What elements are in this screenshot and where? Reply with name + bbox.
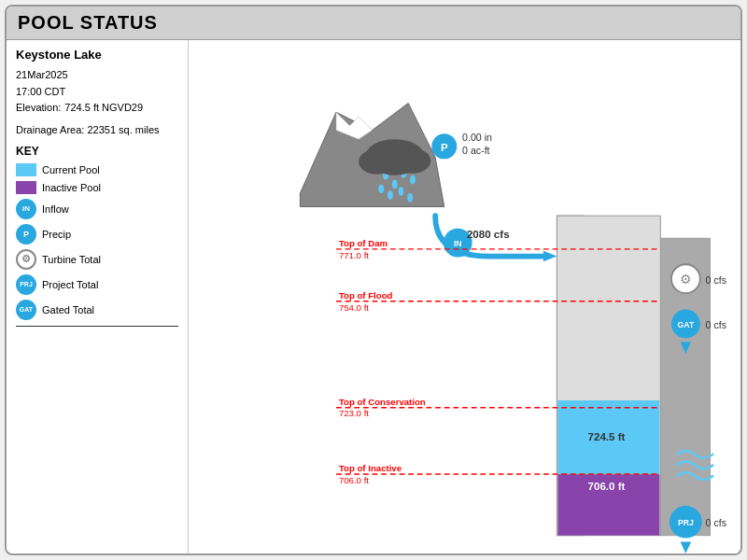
key-label-current-pool: Current Pool [42, 164, 100, 175]
key-item-project: PRJ Project Total [16, 274, 178, 295]
page-title: POOL STATUS [18, 12, 729, 34]
precip-value2: 0 ac-ft [462, 145, 490, 156]
key-item-inflow: IN Inflow [16, 199, 178, 219]
drainage-label: Drainage Area: [16, 124, 84, 135]
top-of-flood-value: 754.0 ft [339, 302, 369, 313]
key-label-inflow: Inflow [42, 203, 69, 215]
svg-point-7 [388, 190, 393, 200]
svg-point-9 [407, 193, 413, 203]
top-of-conservation-label: Top of Conservation [339, 397, 426, 407]
elevation-label: Elevation: [16, 100, 61, 117]
inflow-circle: IN [16, 199, 36, 219]
inactive-pool-swatch [16, 181, 36, 194]
top-of-conservation-value: 723.0 ft [339, 408, 369, 418]
time-display: 17:00 CDT [16, 84, 178, 101]
gat-cfs-label: 0 cfs [706, 319, 726, 330]
top-of-inactive-value: 706.0 ft [339, 475, 369, 485]
top-of-inactive-label: Top of Inactive [339, 463, 402, 473]
key-label-project: Project Total [42, 279, 98, 290]
date-display: 21Mar2025 [16, 67, 178, 84]
inflow-cfs-label: 2080 cfs [467, 229, 510, 240]
pool-diagram: P 0.00 in 0 ac-ft IN 2080 cfs [189, 40, 740, 553]
turbine-cfs-label: 0 cfs [706, 274, 726, 286]
prj-label: PRJ [678, 518, 694, 527]
project-circle: PRJ [16, 274, 36, 295]
svg-point-4 [392, 180, 398, 189]
key-title: KEY [16, 145, 178, 158]
precip-circle: P [16, 224, 36, 245]
elevation-value: 724.5 ft NGVD29 [64, 100, 143, 117]
svg-point-14 [373, 154, 417, 175]
top-of-dam-value: 771.0 ft [339, 250, 369, 260]
key-label-precip: Precip [42, 229, 71, 240]
svg-point-8 [399, 187, 404, 196]
svg-point-10 [378, 184, 384, 193]
key-item-precip: P Precip [16, 224, 178, 245]
key-label-turbine: Turbine Total [42, 254, 101, 265]
location-name: Keystone Lake [16, 48, 178, 62]
svg-point-6 [410, 175, 416, 185]
in-label: IN [454, 239, 462, 248]
precip-indicator-label: P [441, 142, 448, 153]
turbine-circle: ⚙ [16, 249, 36, 270]
current-pool-swatch [16, 163, 36, 176]
key-item-turbine: ⚙ Turbine Total [16, 249, 178, 270]
gat-label: GAT [678, 320, 695, 329]
diagram-panel: P 0.00 in 0 ac-ft IN 2080 cfs [189, 40, 740, 553]
key-divider [16, 326, 178, 327]
key-label-inactive-pool: Inactive Pool [42, 182, 101, 193]
key-item-inactive-pool: Inactive Pool [16, 181, 178, 194]
gated-circle: GAT [16, 300, 36, 320]
drainage-value: 22351 sq. miles [87, 124, 159, 135]
turbine-icon: ⚙ [680, 273, 692, 287]
key-item-gated: GAT Gated Total [16, 300, 178, 320]
key-item-current-pool: Current Pool [16, 163, 178, 176]
top-of-flood-label: Top of Flood [339, 290, 393, 301]
key-label-gated: Gated Total [42, 304, 94, 315]
prj-cfs-label: 0 cfs [706, 517, 726, 528]
top-of-dam-label: Top of Dam [339, 238, 388, 248]
current-pool-elev-label: 724.5 ft [588, 431, 626, 442]
inactive-pool-elev-label: 706.0 ft [588, 481, 626, 492]
precip-value: 0.00 in [462, 132, 492, 143]
